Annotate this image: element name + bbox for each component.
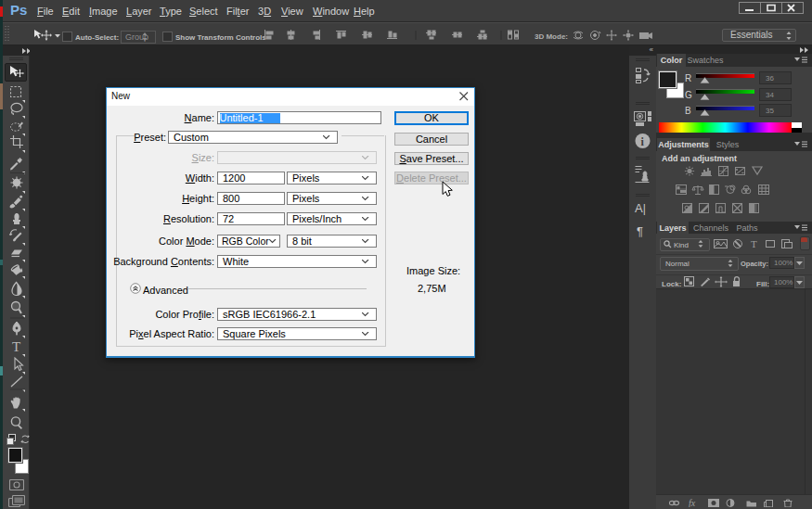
svg-text:fx: fx — [689, 499, 696, 507]
svg-text:T: T — [751, 239, 757, 248]
svg-text:T: T — [12, 339, 20, 354]
